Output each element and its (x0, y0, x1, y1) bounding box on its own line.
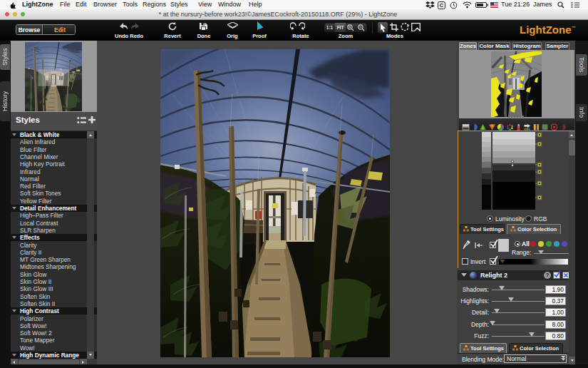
svg-text:C: C (440, 2, 444, 9)
